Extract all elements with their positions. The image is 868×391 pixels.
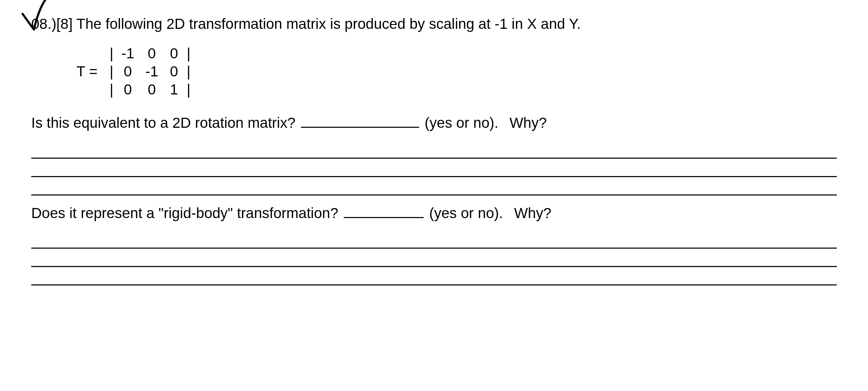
answer-line[interactable] bbox=[31, 160, 837, 177]
answer-blank-yesno-2[interactable] bbox=[344, 205, 424, 218]
why-label: Why? bbox=[509, 113, 546, 133]
answer-line[interactable] bbox=[31, 178, 837, 196]
matrix: | -1 0 0 | | 0 -1 0 | | 0 0 1 | bbox=[108, 45, 192, 99]
matrix-cell: 0 bbox=[115, 61, 141, 82]
subquestion-2: Does it represent a "rigid-body" transfo… bbox=[31, 203, 837, 224]
matrix-cell: -1 bbox=[115, 43, 141, 64]
matrix-cell: 1 bbox=[163, 80, 185, 100]
matrix-bracket: | bbox=[108, 61, 115, 82]
answer-line[interactable] bbox=[31, 268, 837, 285]
matrix-cell: 0 bbox=[163, 61, 185, 82]
question-header: 08.)[8] The following 2D transformation … bbox=[31, 14, 837, 34]
answer-line[interactable] bbox=[31, 225, 837, 249]
checkmark-icon bbox=[21, 0, 59, 33]
subquestion-1: Is this equivalent to a 2D rotation matr… bbox=[31, 113, 837, 133]
why-label: Why? bbox=[514, 203, 551, 224]
matrix-bracket: | bbox=[185, 61, 192, 82]
subquestion-2-text: Does it represent a "rigid-body" transfo… bbox=[31, 203, 338, 224]
matrix-row: | 0 0 1 | bbox=[108, 81, 192, 99]
matrix-row: | 0 -1 0 | bbox=[108, 63, 192, 81]
yes-no-hint: (yes or no). bbox=[429, 203, 503, 224]
matrix-label: T = bbox=[76, 61, 98, 82]
matrix-cell: 0 bbox=[163, 43, 185, 64]
answer-line[interactable] bbox=[31, 250, 837, 267]
matrix-bracket: | bbox=[108, 80, 115, 100]
yes-no-hint: (yes or no). bbox=[425, 113, 498, 133]
answer-line[interactable] bbox=[31, 135, 837, 159]
exam-question-page: 08.)[8] The following 2D transformation … bbox=[0, 0, 868, 391]
matrix-cell: 0 bbox=[141, 43, 163, 64]
answer-blank-yesno-1[interactable] bbox=[301, 115, 419, 128]
matrix-bracket: | bbox=[185, 43, 192, 64]
matrix-cell: 0 bbox=[115, 80, 141, 100]
matrix-bracket: | bbox=[108, 43, 115, 64]
question-prompt: The following 2D transformation matrix i… bbox=[76, 16, 581, 32]
matrix-bracket: | bbox=[185, 80, 192, 100]
subquestion-1-text: Is this equivalent to a 2D rotation matr… bbox=[31, 113, 295, 133]
matrix-cell: -1 bbox=[141, 61, 163, 82]
matrix-cell: 0 bbox=[141, 80, 163, 100]
matrix-block: T = | -1 0 0 | | 0 -1 0 | | 0 0 1 | bbox=[76, 45, 837, 99]
matrix-row: | -1 0 0 | bbox=[108, 45, 192, 63]
